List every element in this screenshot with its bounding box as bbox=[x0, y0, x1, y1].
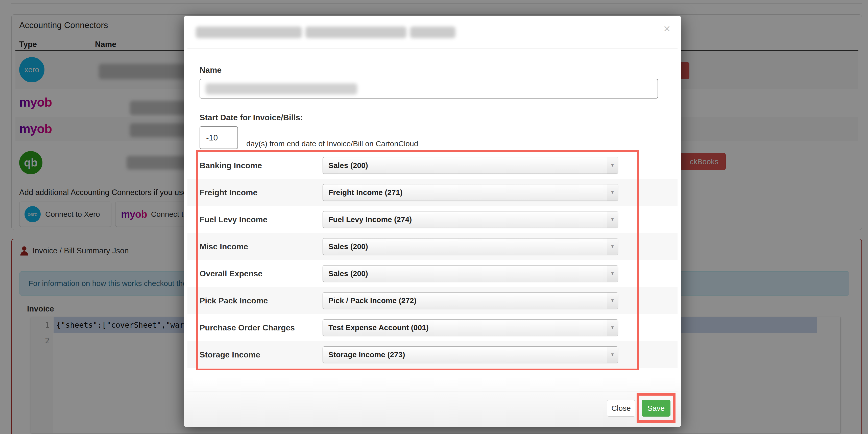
mapping-label: Purchase Order Charges bbox=[199, 314, 295, 341]
account-select[interactable]: Pick / Pack Income (272) ▼ bbox=[322, 292, 618, 309]
account-select-value: Sales (200) bbox=[329, 239, 368, 254]
mapping-row: Banking Income Sales (200) ▼ bbox=[187, 152, 678, 179]
account-select-value: Fuel Levy Income (274) bbox=[329, 212, 412, 227]
mapping-label: Misc Income bbox=[199, 233, 248, 260]
chevron-down-icon: ▼ bbox=[607, 292, 618, 309]
chevron-down-icon: ▼ bbox=[607, 184, 618, 200]
mapping-row: Purchase Order Charges Test Expense Acco… bbox=[187, 314, 678, 341]
mapping-row: Pick Pack Income Pick / Pack Income (272… bbox=[187, 287, 678, 314]
account-select-value: Sales (200) bbox=[329, 157, 368, 173]
account-select-value: Test Expense Account (001) bbox=[329, 319, 429, 336]
start-date-label: Start Date for Invoice/Bills: bbox=[199, 113, 303, 122]
page: Accounting Connectors Type Name xero myo… bbox=[0, 0, 868, 434]
account-select[interactable]: Fuel Levy Income (274) ▼ bbox=[322, 211, 618, 228]
mapping-label: Banking Income bbox=[199, 152, 262, 179]
mapping-label: Pick Pack Income bbox=[199, 287, 268, 314]
chevron-down-icon: ▼ bbox=[607, 239, 618, 255]
mapping-row: Misc Income Sales (200) ▼ bbox=[187, 233, 678, 260]
start-date-input[interactable]: -10 bbox=[199, 126, 238, 149]
mapping-row: Storage Income Storage Income (273) ▼ bbox=[187, 341, 678, 368]
chevron-down-icon: ▼ bbox=[607, 266, 618, 282]
mapping-rows: Banking Income Sales (200) ▼ Freight Inc… bbox=[187, 152, 678, 368]
account-select-value: Freight Income (271) bbox=[329, 184, 402, 200]
mapping-row: Overall Expense Sales (200) ▼ bbox=[187, 260, 678, 287]
mapping-row: Fuel Levy Income Fuel Levy Income (274) … bbox=[187, 206, 678, 233]
configure-connector-modal: ✕ Name Start Date for Invoice/Bills: -10… bbox=[184, 16, 681, 427]
save-button[interactable]: Save bbox=[642, 400, 671, 416]
redacted-modal-title bbox=[196, 27, 302, 38]
mapping-row: Freight Income Freight Income (271) ▼ bbox=[187, 179, 678, 206]
close-button-label: Close bbox=[611, 404, 631, 412]
account-select-value: Sales (200) bbox=[329, 266, 368, 281]
divider bbox=[187, 49, 678, 49]
account-select-value: Storage Income (273) bbox=[329, 347, 405, 363]
account-select-value: Pick / Pack Income (272) bbox=[329, 292, 416, 308]
redacted-name-value bbox=[206, 83, 357, 94]
account-select[interactable]: Sales (200) ▼ bbox=[322, 265, 618, 282]
mapping-label: Freight Income bbox=[199, 179, 257, 206]
name-input[interactable] bbox=[199, 79, 658, 98]
account-select[interactable]: Freight Income (271) ▼ bbox=[322, 184, 618, 201]
chevron-down-icon: ▼ bbox=[607, 319, 618, 336]
chevron-down-icon: ▼ bbox=[607, 347, 618, 363]
chevron-down-icon: ▼ bbox=[607, 157, 618, 174]
divider bbox=[187, 392, 678, 392]
mapping-label: Overall Expense bbox=[199, 260, 262, 287]
redacted-modal-title bbox=[305, 27, 406, 38]
mapping-label: Fuel Levy Income bbox=[199, 206, 268, 233]
close-icon[interactable]: ✕ bbox=[663, 24, 671, 34]
mapping-label: Storage Income bbox=[199, 341, 260, 368]
account-select[interactable]: Storage Income (273) ▼ bbox=[322, 346, 618, 363]
account-select[interactable]: Test Expense Account (001) ▼ bbox=[322, 319, 618, 336]
name-field-label: Name bbox=[199, 65, 221, 75]
account-select[interactable]: Sales (200) ▼ bbox=[322, 238, 618, 255]
redacted-modal-title bbox=[410, 27, 456, 38]
account-select[interactable]: Sales (200) ▼ bbox=[322, 157, 618, 174]
save-button-label: Save bbox=[648, 404, 664, 412]
close-button[interactable]: Close bbox=[607, 400, 636, 416]
start-date-suffix: day(s) from end date of Invoice/Bill on … bbox=[246, 140, 418, 148]
chevron-down-icon: ▼ bbox=[607, 212, 618, 227]
